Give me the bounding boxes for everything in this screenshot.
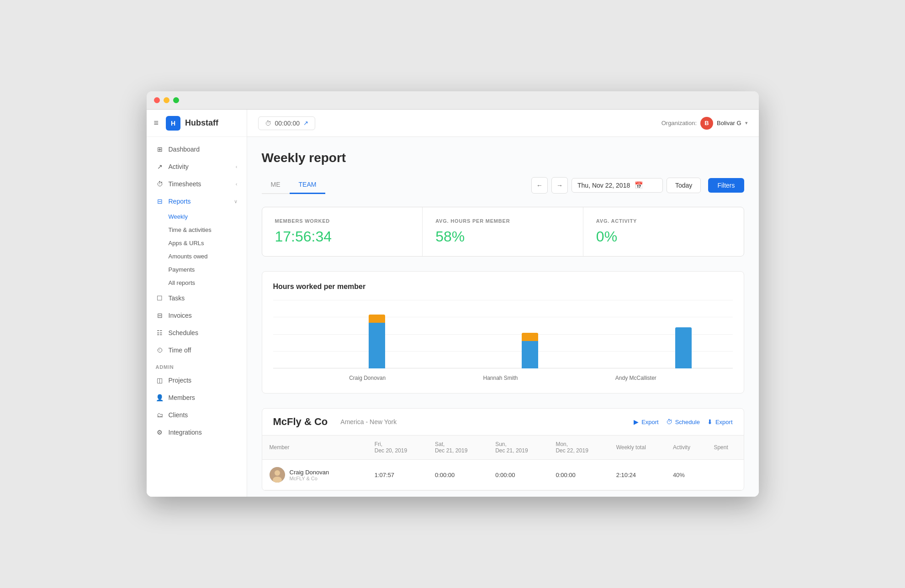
table-header: Member Fri, Dec 20, 2019 Sat, Dec 21, 20…: [262, 436, 744, 460]
clients-icon: 🗂: [156, 411, 164, 419]
sidebar-item-label: Invoices: [169, 312, 192, 319]
time-off-icon: ⏲: [156, 346, 164, 354]
sidebar-item-invoices[interactable]: ⊟ Invoices: [147, 307, 247, 324]
sidebar-item-time-off[interactable]: ⏲ Time off: [147, 341, 247, 359]
export-action-1[interactable]: ▶ Export: [634, 418, 659, 425]
schedule-icon: ⏱: [666, 418, 672, 425]
sidebar-item-label: Dashboard: [169, 146, 200, 153]
stat-value: 17:56:34: [275, 228, 410, 245]
cell-mon: 0:00:00: [548, 460, 609, 490]
schedule-action[interactable]: ⏱ Schedule: [666, 418, 700, 425]
tab-me[interactable]: ME: [262, 176, 290, 194]
export-label-2: Export: [715, 419, 733, 425]
cell-spent: [706, 460, 743, 490]
chart-label-craig: Craig Donovan: [349, 375, 386, 381]
sidebar-item-apps-urls[interactable]: Apps & URLs: [169, 236, 247, 250]
chevron-icon: ‹: [236, 164, 238, 169]
sidebar-item-label: Members: [169, 394, 195, 401]
menu-icon[interactable]: ≡: [154, 118, 159, 128]
maximize-button[interactable]: [173, 97, 179, 103]
projects-icon: ◫: [156, 376, 164, 384]
sidebar-item-activity[interactable]: ↗ Activity ‹: [147, 158, 247, 175]
topbar: ⏱ 00:00:00 ↗ Organization: B Bolivar G ▾: [247, 110, 759, 137]
schedules-icon: ☷: [156, 329, 164, 337]
table-head: Member Fri, Dec 20, 2019 Sat, Dec 21, 20…: [262, 436, 744, 460]
col-sat: Sat, Dec 21, 2019: [428, 436, 488, 460]
sidebar-item-weekly[interactable]: Weekly: [169, 210, 247, 223]
export-label-1: Export: [641, 419, 659, 425]
close-button[interactable]: [154, 97, 160, 103]
today-button[interactable]: Today: [667, 178, 701, 193]
tasks-icon: ☐: [156, 294, 164, 302]
sidebar-item-label: Activity: [169, 163, 189, 170]
export-play-icon: ▶: [634, 418, 639, 425]
sidebar-item-timesheets[interactable]: ⏱ Timesheets ‹: [147, 175, 247, 193]
main-content: Weekly report ME TEAM ← → Thu, Nov 22, 2…: [247, 137, 759, 497]
svg-point-1: [275, 470, 280, 476]
table-actions: ▶ Export ⏱ Schedule ⬇ Export: [634, 418, 732, 425]
table-body: Craig Donovan McFLY & Co 1:07:57 0:00:00…: [262, 460, 744, 490]
chevron-icon: ‹: [236, 181, 238, 187]
gridline: [273, 300, 733, 300]
sidebar-item-dashboard[interactable]: ⊞ Dashboard: [147, 141, 247, 158]
bar-blue-andy: [675, 327, 692, 368]
bar-orange-craig: [369, 315, 385, 323]
stats-row: MEMBERS WORKED 17:56:34 AVG. HOURS PER M…: [262, 207, 744, 257]
stat-avg-hours: AVG. HOURS PER MEMBER 58%: [423, 207, 583, 256]
col-activity: Activity: [666, 436, 707, 460]
prev-date-button[interactable]: ←: [531, 177, 548, 194]
member-cell: Craig Donovan McFLY & Co: [270, 467, 360, 483]
org-avatar: B: [700, 117, 713, 130]
sidebar-item-projects[interactable]: ◫ Projects: [147, 372, 247, 389]
export-action-2[interactable]: ⬇ Export: [707, 418, 733, 425]
dashboard-icon: ⊞: [156, 145, 164, 153]
date-picker[interactable]: Thu, Nov 22, 2018 📅: [572, 178, 663, 193]
bar-stack-hannah: [522, 301, 538, 368]
filters-button[interactable]: Filters: [708, 178, 744, 193]
sidebar-item-label: Clients: [169, 411, 188, 419]
cell-activity: 40%: [666, 460, 707, 490]
chart-container: Craig Donovan Hannah Smith Andy McCallis…: [273, 300, 733, 382]
sidebar-item-reports[interactable]: ⊟ Reports ∨: [147, 193, 247, 210]
calendar-icon: 📅: [635, 181, 643, 189]
app-window: ≡ H Hubstaff ⊞ Dashboard ↗ Activity ‹ ⏱ …: [147, 91, 759, 497]
next-date-button[interactable]: →: [551, 177, 568, 194]
timer-widget[interactable]: ⏱ 00:00:00 ↗: [258, 116, 316, 130]
bar-stack-craig: [369, 301, 385, 368]
chart-section: Hours worked per member: [262, 271, 744, 394]
chevron-down-icon: ∨: [234, 199, 238, 205]
chart-labels: Craig Donovan Hannah Smith Andy McCallis…: [301, 371, 705, 381]
sidebar-item-time-activities[interactable]: Time & activities: [169, 223, 247, 236]
cell-sun: 0:00:00: [488, 460, 548, 490]
org-chevron-icon[interactable]: ▾: [745, 120, 748, 126]
sidebar-item-clients[interactable]: 🗂 Clients: [147, 406, 247, 424]
col-sun: Sun, Dec 21, 2019: [488, 436, 548, 460]
titlebar: [147, 91, 759, 110]
timer-arrow-icon: ↗: [303, 120, 308, 126]
sidebar-item-integrations[interactable]: ⚙ Integrations: [147, 424, 247, 441]
date-nav: ← → Thu, Nov 22, 2018 📅 Today Filters: [531, 177, 744, 194]
sidebar-item-schedules[interactable]: ☷ Schedules: [147, 324, 247, 341]
stat-label: AVG. ACTIVITY: [596, 218, 731, 224]
sidebar-item-all-reports[interactable]: All reports: [169, 276, 247, 289]
sidebar-item-tasks[interactable]: ☐ Tasks: [147, 289, 247, 307]
reports-submenu: Weekly Time & activities Apps & URLs Amo…: [147, 210, 247, 289]
table-header-row: McFly & Co America - New York ▶ Export ⏱…: [262, 409, 744, 436]
sidebar-item-amounts-owed[interactable]: Amounts owed: [169, 250, 247, 263]
sidebar-item-members[interactable]: 👤 Members: [147, 389, 247, 406]
sidebar-nav: ⊞ Dashboard ↗ Activity ‹ ⏱ Timesheets ‹ …: [147, 137, 247, 497]
cell-member: Craig Donovan McFLY & Co: [262, 460, 367, 490]
minimize-button[interactable]: [164, 97, 169, 103]
stat-label: MEMBERS WORKED: [275, 218, 410, 224]
sidebar-header: ≡ H Hubstaff: [147, 110, 247, 137]
chart-bars: [301, 301, 759, 368]
tabs: ME TEAM: [262, 176, 326, 194]
col-fri: Fri, Dec 20, 2019: [367, 436, 428, 460]
tab-team[interactable]: TEAM: [290, 176, 326, 194]
bar-blue-craig: [369, 323, 385, 368]
bar-stack-andy: [675, 301, 692, 368]
member-name: Craig Donovan: [290, 469, 329, 476]
sidebar-item-payments[interactable]: Payments: [169, 263, 247, 276]
sidebar-item-label: Reports: [169, 198, 191, 205]
members-table: Member Fri, Dec 20, 2019 Sat, Dec 21, 20…: [262, 436, 744, 490]
